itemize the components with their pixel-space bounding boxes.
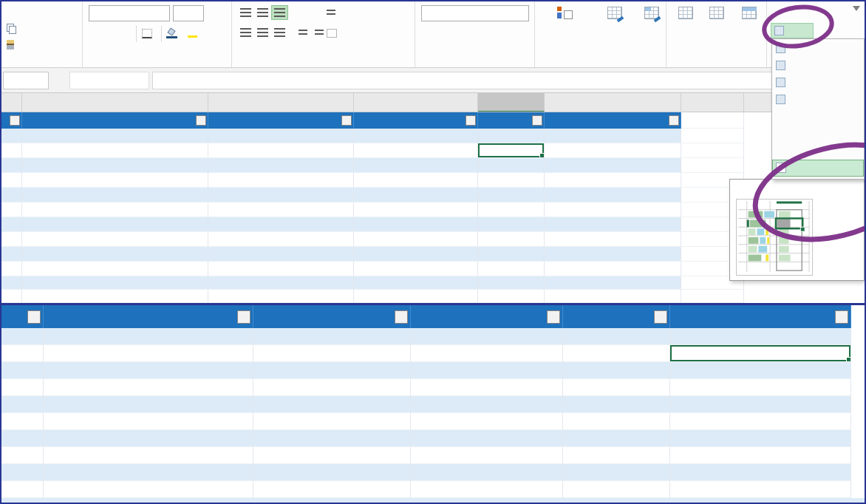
font-size-combo[interactable] bbox=[173, 5, 204, 21]
borders-button[interactable] bbox=[142, 27, 155, 40]
cell[interactable] bbox=[354, 158, 478, 173]
active-cell[interactable] bbox=[670, 345, 851, 362]
menu-item-down[interactable] bbox=[772, 41, 864, 58]
cell[interactable] bbox=[208, 158, 354, 173]
cell[interactable] bbox=[411, 379, 563, 396]
cell[interactable] bbox=[1, 345, 44, 362]
cell[interactable] bbox=[253, 430, 411, 447]
cell[interactable] bbox=[354, 262, 478, 276]
cell[interactable] bbox=[411, 413, 563, 430]
cell[interactable] bbox=[1, 290, 22, 303]
column-header-e-selected[interactable] bbox=[478, 93, 545, 112]
header-ten[interactable] bbox=[563, 305, 670, 328]
header-tang[interactable] bbox=[411, 305, 563, 328]
filter-button[interactable] bbox=[395, 310, 408, 324]
cell[interactable] bbox=[563, 345, 670, 362]
cell[interactable] bbox=[253, 328, 411, 345]
cell[interactable] bbox=[478, 232, 545, 247]
filter-button[interactable] bbox=[669, 115, 679, 126]
cell[interactable] bbox=[354, 143, 478, 158]
filter-button[interactable] bbox=[547, 310, 560, 324]
align-top-button[interactable] bbox=[237, 5, 254, 20]
cell[interactable] bbox=[1, 173, 22, 188]
cell[interactable] bbox=[253, 464, 411, 481]
cell[interactable] bbox=[1, 396, 44, 413]
cell[interactable] bbox=[411, 328, 563, 345]
filter-button[interactable] bbox=[196, 115, 206, 126]
cell[interactable] bbox=[22, 158, 208, 173]
cell[interactable] bbox=[44, 481, 253, 498]
conditional-formatting-button[interactable] bbox=[536, 3, 593, 23]
cell[interactable] bbox=[22, 217, 208, 232]
cell[interactable] bbox=[1, 413, 44, 430]
name-box[interactable] bbox=[3, 72, 49, 89]
header-to-hop[interactable] bbox=[545, 112, 681, 129]
font-family-combo[interactable] bbox=[89, 5, 170, 21]
filter-button[interactable] bbox=[237, 310, 250, 324]
cell[interactable] bbox=[253, 396, 411, 413]
cell[interactable] bbox=[44, 362, 253, 379]
cell[interactable] bbox=[354, 232, 478, 247]
cell[interactable] bbox=[545, 158, 681, 173]
cell[interactable] bbox=[478, 202, 545, 217]
cell[interactable] bbox=[670, 396, 851, 413]
format-cells-button[interactable] bbox=[734, 3, 764, 23]
cell[interactable] bbox=[253, 481, 411, 498]
cell[interactable] bbox=[478, 262, 545, 276]
orientation-button[interactable] bbox=[294, 7, 300, 20]
cell[interactable] bbox=[545, 276, 681, 290]
cell[interactable] bbox=[22, 247, 208, 262]
cell[interactable] bbox=[1, 379, 44, 396]
cell[interactable] bbox=[1, 232, 22, 247]
fill-color-button[interactable] bbox=[166, 27, 180, 40]
cell[interactable] bbox=[478, 217, 545, 232]
cell[interactable] bbox=[563, 430, 670, 447]
cell[interactable] bbox=[44, 396, 253, 413]
cell[interactable] bbox=[545, 143, 681, 158]
menu-item-flash-fill[interactable] bbox=[772, 160, 864, 177]
column-header-d[interactable] bbox=[354, 93, 478, 112]
cell[interactable] bbox=[1, 447, 44, 464]
cell[interactable] bbox=[478, 290, 545, 303]
cell[interactable] bbox=[411, 430, 563, 447]
filter-button[interactable] bbox=[654, 310, 667, 324]
shrink-font-button[interactable] bbox=[219, 7, 220, 20]
cell[interactable] bbox=[1, 328, 44, 345]
align-center-button[interactable] bbox=[254, 25, 271, 40]
cell[interactable] bbox=[1, 262, 22, 276]
cell[interactable] bbox=[411, 481, 563, 498]
cell[interactable] bbox=[354, 217, 478, 232]
cell[interactable] bbox=[563, 362, 670, 379]
cell[interactable] bbox=[563, 379, 670, 396]
align-middle-button[interactable] bbox=[254, 5, 271, 20]
filter-button[interactable] bbox=[10, 115, 20, 126]
cell[interactable] bbox=[670, 447, 851, 464]
cell[interactable] bbox=[44, 328, 253, 345]
menu-item-justify[interactable] bbox=[772, 143, 864, 160]
cell[interactable] bbox=[478, 276, 545, 290]
cell[interactable] bbox=[22, 232, 208, 247]
cell[interactable] bbox=[681, 143, 744, 158]
cell[interactable] bbox=[478, 247, 545, 262]
column-header-c[interactable] bbox=[208, 93, 354, 112]
cell[interactable] bbox=[478, 188, 545, 202]
header-no[interactable] bbox=[1, 112, 22, 129]
copy-button[interactable] bbox=[7, 21, 21, 35]
cell[interactable] bbox=[670, 430, 851, 447]
filter-button[interactable] bbox=[466, 115, 476, 126]
cell[interactable] bbox=[1, 362, 44, 379]
cell[interactable] bbox=[1, 247, 22, 262]
cell[interactable] bbox=[22, 129, 208, 143]
cell[interactable] bbox=[354, 290, 478, 303]
active-cell[interactable] bbox=[478, 143, 545, 158]
cell[interactable] bbox=[1, 217, 22, 232]
cell[interactable] bbox=[1, 430, 44, 447]
autosum-button[interactable] bbox=[771, 5, 777, 18]
cell[interactable] bbox=[411, 345, 563, 362]
cell[interactable] bbox=[681, 290, 744, 303]
insert-cells-button[interactable] bbox=[671, 3, 700, 23]
cell[interactable] bbox=[354, 188, 478, 202]
cell[interactable] bbox=[545, 129, 681, 143]
menu-item-right[interactable] bbox=[772, 58, 864, 75]
cell[interactable] bbox=[670, 362, 851, 379]
